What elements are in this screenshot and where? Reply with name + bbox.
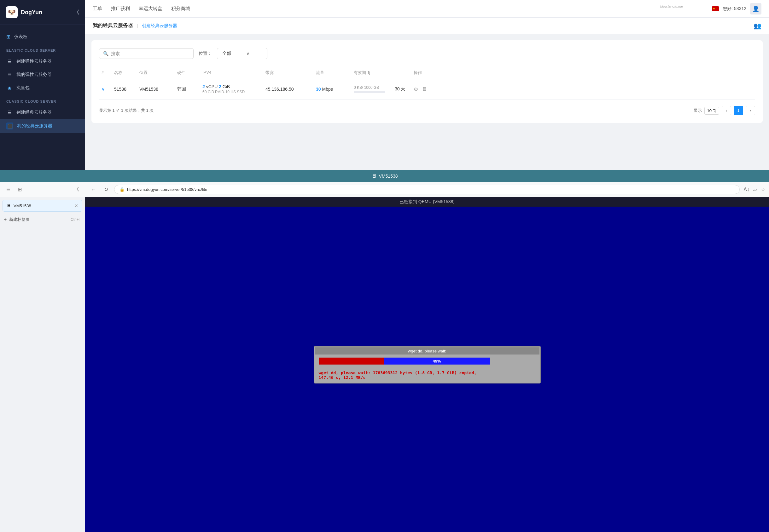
new-tab-button[interactable]: + 新建标签页 Ctrl+T [0, 214, 85, 225]
terminal-line2: 147.46 s, 12.1 MB/s [319, 375, 536, 380]
page-next-button[interactable]: › [746, 106, 755, 115]
reload-button[interactable]: ↻ [101, 185, 110, 194]
row-hardware: 2 vCPU 2 GiB 60 GiB RAID-10 HS SSD [200, 84, 263, 94]
topbar-item-promo[interactable]: 推广获利 [111, 6, 130, 12]
sidebar-nav: 仪表板 ELASTIC CLOUD SERVER ☰ 创建弹性云服务器 ☰ 我的… [0, 25, 85, 170]
user-avatar[interactable]: 👤 [750, 3, 761, 14]
monitor-icon[interactable]: 🖥 [422, 86, 427, 92]
th-number: # [99, 70, 112, 76]
filters-row: 🔍 位置： 全部 ∨ [99, 48, 755, 59]
th-hardware: 硬件 [175, 70, 200, 76]
sidebar-item-my-elastic[interactable]: ☰ 我的弹性云服务器 [0, 68, 85, 81]
dropdown-arrow-icon: ∨ [246, 51, 250, 56]
sort-icon: ⇅ [367, 71, 371, 75]
my-elastic-icon: ☰ [6, 72, 13, 78]
dashboard-icon [6, 34, 10, 40]
gear-icon[interactable]: ⚙ [414, 86, 418, 92]
expand-button[interactable]: 《 [72, 185, 81, 194]
new-tab-icon[interactable]: ⊞ [15, 185, 24, 194]
sidebar-collapse-button[interactable]: 《 [74, 9, 79, 16]
traffic-text: 0 KB/ 1000 GB [354, 85, 390, 90]
topbar-menu: 工单 推广获利 幸运大转盘 积分商城 [93, 6, 698, 12]
topbar-right: blog.tanglu.me 您好: 58312 👤 [708, 3, 761, 14]
th-bandwidth: 带宽 [263, 70, 313, 76]
pagination-right: 显示 10 ⇅ ‹ 1 › [694, 106, 755, 115]
pagination-info: 显示第 1 至 1 项结果，共 1 项 [99, 108, 153, 113]
row-name: VM51538 [137, 87, 175, 92]
topbar-item-wheel[interactable]: 幸运大转盘 [139, 6, 162, 12]
sidebar-item-create-elastic[interactable]: ☰ 创建弹性云服务器 [0, 55, 85, 68]
pagination-row: 显示第 1 至 1 项结果，共 1 项 显示 10 ⇅ ‹ 1 › [99, 106, 755, 115]
page-prev-button[interactable]: ‹ [722, 106, 731, 115]
my-classic-icon: ⬛ [6, 123, 13, 129]
location-label: 位置： [199, 51, 212, 56]
vnc-title-icon: 🖥 [371, 173, 376, 179]
collapse-button[interactable]: ☰ [4, 185, 13, 194]
search-input[interactable] [111, 51, 189, 56]
topbar-item-workorder[interactable]: 工单 [93, 6, 102, 12]
sidebar-item-traffic[interactable]: ◉ 流量包 [0, 81, 85, 94]
sidebar-header: 🐶 DogYun 《 [0, 0, 85, 25]
page-header-right: 👥 [754, 22, 761, 30]
th-empty [392, 70, 411, 76]
sidebar-item-dashboard[interactable]: 仪表板 [0, 30, 85, 43]
bookmark-icon[interactable]: ☆ [761, 186, 765, 192]
vnc-title-text: VM51538 [379, 174, 398, 179]
page-header: 我的经典云服务器 | 创建经典云服务器 👥 [85, 18, 769, 34]
create-classic-icon: ☰ [6, 109, 13, 116]
content-card: 🔍 位置： 全部 ∨ # 名称 位置 硬件 [91, 40, 763, 123]
plus-icon: + [4, 217, 7, 222]
action-icons: ⚙ 🖥 [414, 86, 434, 92]
traffic-bar [354, 91, 385, 93]
sidebar-item-create-classic[interactable]: ☰ 创建经典云服务器 [0, 106, 85, 119]
table-row: ∨ 51538 VM51538 韩国 2 vCPU 2 GiB 60 G [99, 79, 755, 100]
row-chevron[interactable]: ∨ [99, 87, 112, 92]
progress-text: 49% [433, 359, 441, 363]
flag-icon [712, 6, 719, 11]
page-size-select[interactable]: 10 ⇅ [704, 107, 719, 115]
breadcrumb-active: 我的经典云服务器 [93, 22, 133, 29]
browser-main: ← ↻ 🔒 https://vm.dogyun.com/server/51538… [85, 182, 769, 532]
main-content: 工单 推广获利 幸运大转盘 积分商城 blog.tanglu.me 您好: 58… [85, 0, 769, 170]
topbar-item-store[interactable]: 积分商城 [171, 6, 190, 12]
tab-favicon: 🖥 [7, 203, 11, 208]
terminal-text: wget dd, please wait: 1783693312 bytes (… [315, 369, 539, 382]
th-location: 位置 [137, 70, 175, 76]
back-button[interactable]: ← [89, 185, 98, 194]
translate-icon[interactable]: A↕ [743, 187, 749, 192]
terminal-window: wget dd, please wait: 49% wget dd, pleas… [314, 346, 541, 383]
breadcrumb-separator: | [137, 23, 138, 28]
vnc-titlebar: 🖥 VM51538 [0, 170, 769, 182]
ram-highlight: 2 [219, 84, 221, 89]
progress-bar-fill: 49% [384, 358, 490, 364]
url-text: https://vm.dogyun.com/server/51538/vnc/l… [127, 187, 734, 192]
new-tab-shortcut: Ctrl+T [71, 217, 81, 222]
page-1-button[interactable]: 1 [734, 106, 743, 115]
page-size-value: 10 [707, 108, 712, 113]
split-screen-icon[interactable]: ▱ [753, 186, 757, 192]
search-box[interactable]: 🔍 [99, 48, 194, 59]
location-select[interactable]: 全部 ∨ [217, 48, 267, 59]
traffic-icon: ◉ [6, 85, 13, 91]
row-id: 51538 [112, 87, 137, 92]
url-bar[interactable]: 🔒 https://vm.dogyun.com/server/51538/vnc… [114, 185, 740, 194]
breadcrumb-link[interactable]: 创建经典云服务器 [142, 23, 177, 29]
spec-cell: 2 vCPU 2 GiB 60 GiB RAID-10 HS SSD [203, 84, 261, 94]
chevron-down-icon[interactable]: ∨ [101, 87, 105, 92]
my-elastic-label: 我的弹性云服务器 [16, 72, 52, 77]
people-icon[interactable]: 👥 [754, 22, 761, 29]
create-classic-label: 创建经典云服务器 [16, 110, 52, 115]
terminal-line1: wget dd, please wait: 1783693312 bytes (… [319, 370, 536, 375]
tab-close-button[interactable]: ✕ [74, 203, 78, 208]
tab-item-vm[interactable]: 🖥 VM51538 ✕ [3, 200, 82, 212]
cpu-highlight: 2 [203, 84, 205, 89]
lock-icon: 🔒 [119, 187, 124, 192]
sidebar-item-my-classic[interactable]: ⬛ 我的经典云服务器 [0, 119, 85, 133]
dashboard-label: 仪表板 [14, 34, 27, 40]
location-value: 全部 [222, 51, 231, 56]
vnc-display[interactable]: 已链接到 QEMU (VM51538) wget dd, please wait… [85, 197, 769, 532]
row-traffic: 0 KB/ 1000 GB [351, 85, 392, 93]
show-label: 显示 [694, 108, 702, 113]
th-action: 操作 [411, 70, 436, 76]
th-ipv4: IPV4 [200, 70, 263, 76]
